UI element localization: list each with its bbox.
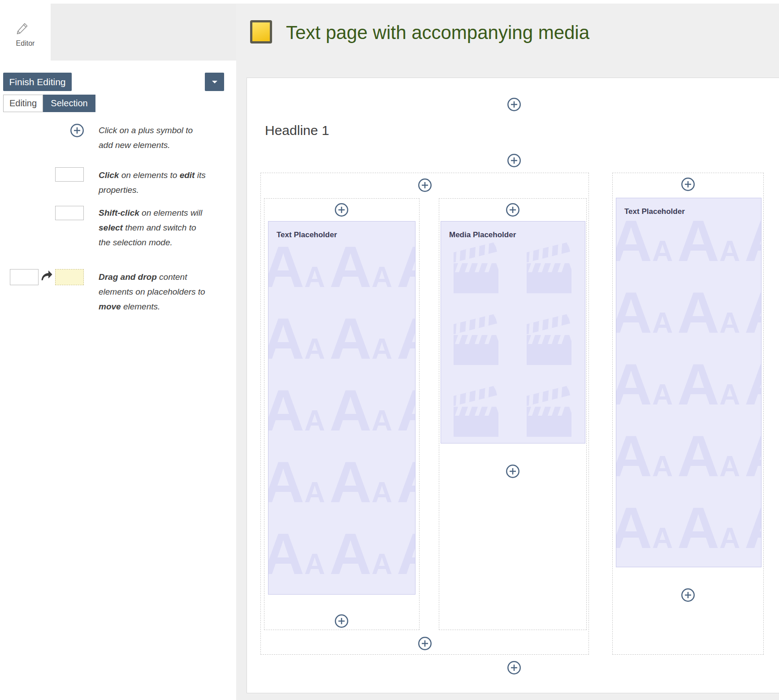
finish-editing-dropdown-button[interactable] (205, 73, 224, 91)
letter-a-pattern: A A (616, 198, 761, 567)
clapperboard-pattern (441, 222, 585, 443)
element-box-icon (55, 167, 84, 182)
element-box-icon (55, 206, 84, 220)
add-element-button-col-middle-top[interactable] (506, 203, 520, 217)
add-element-button-col-left-top[interactable] (334, 203, 349, 217)
tab-editor-label: Editor (0, 39, 51, 48)
drop-target-placeholder-icon (55, 269, 84, 285)
instruction-click-edit: Click on elements to edit its properties… (99, 168, 206, 197)
plus-icon (70, 123, 84, 138)
plus-icon (334, 203, 349, 217)
media-placeholder-label: Media Placeholder (449, 230, 516, 239)
plus-icon (418, 178, 432, 192)
instruction-add-elements: Click on a plus symbol to add new elemen… (99, 123, 206, 152)
add-element-button-grid-top[interactable] (418, 178, 432, 192)
letter-a-pattern: A A (268, 222, 415, 594)
drag-source-box-icon (10, 269, 39, 285)
instruction-drag-drop: Drag and drop content elements on placeh… (99, 270, 206, 314)
sidebar-tab-strip (51, 4, 236, 61)
add-element-button-top[interactable] (507, 97, 521, 112)
plus-icon (506, 464, 520, 478)
add-element-button-col-right-bottom[interactable] (681, 588, 695, 602)
plus-icon (507, 661, 521, 675)
add-element-button-col-middle-bottom[interactable] (506, 464, 520, 478)
caret-down-icon (212, 80, 218, 84)
text-placeholder-right[interactable]: Text Placeholder A A (616, 198, 762, 567)
text-placeholder-label: Text Placeholder (624, 207, 685, 216)
finish-editing-button[interactable]: Finish Editing (3, 73, 72, 91)
plus-icon (507, 153, 521, 168)
add-element-button-col-right-top[interactable] (681, 177, 695, 191)
page-title: Text page with accompanying media (286, 21, 589, 44)
plus-icon (70, 123, 84, 138)
plus-icon (506, 203, 520, 217)
drag-drop-arrow-icon (40, 270, 52, 281)
add-element-button-below-headline[interactable] (507, 153, 521, 168)
plus-icon (681, 177, 695, 191)
plus-icon (334, 614, 349, 628)
text-placeholder-label: Text Placeholder (277, 230, 337, 239)
text-placeholder-left[interactable]: Text Placeholder A A (268, 221, 415, 595)
plus-icon (681, 588, 695, 602)
plus-icon (418, 636, 432, 651)
instruction-shift-click: Shift-click on elements will select them… (99, 205, 206, 250)
yellow-page-icon (250, 20, 272, 43)
add-element-button-bottom[interactable] (507, 661, 521, 675)
media-placeholder[interactable]: Media Placeholder (441, 221, 585, 443)
add-element-button-col-left-bottom[interactable] (334, 614, 349, 628)
tab-editor[interactable]: Editor (0, 4, 51, 61)
pencil-icon (16, 22, 29, 36)
frontend-editing-app: Editor Finish Editing Editing Selection … (0, 0, 779, 700)
mode-toggle-editing[interactable]: Editing (3, 95, 43, 112)
add-element-button-grid-bottom[interactable] (418, 636, 432, 651)
plus-icon (507, 97, 521, 112)
mode-toggle-selection[interactable]: Selection (43, 95, 95, 112)
page-content-card: Headline 1 Text Placeholder A A (247, 78, 779, 693)
headline-element[interactable]: Headline 1 (265, 123, 329, 138)
